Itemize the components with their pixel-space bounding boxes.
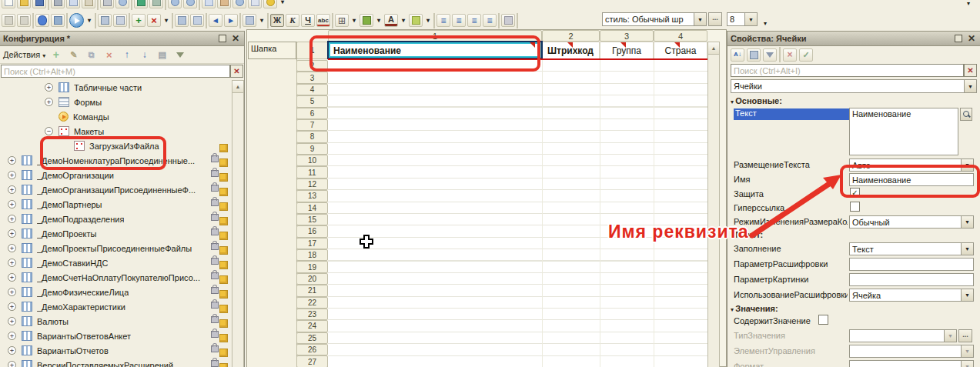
tree-item[interactable]: + Табличные части [0, 80, 231, 95]
close-icon[interactable]: ✕ [230, 34, 241, 43]
tree-item[interactable]: + _ДемоСтавкиНДС [0, 255, 231, 270]
text-style-icon[interactable]: abc [316, 14, 330, 27]
database-icon[interactable] [35, 14, 49, 27]
tree-item[interactable]: + _ДемоОрганизацииПрисоединенныеФ... [0, 182, 231, 197]
separator[interactable] [97, 0, 99, 10]
toolbar-overflow-arrow-icon[interactable]: ▾ [764, 20, 767, 27]
row-header[interactable]: 19 [296, 261, 328, 272]
tree-expander-icon[interactable]: + [8, 273, 16, 282]
section-cell[interactable]: Шапка [248, 42, 296, 59]
column-header-2[interactable]: 2 [542, 30, 600, 42]
property-label-pic-param[interactable]: ПараметрКартинки [734, 275, 848, 284]
separator[interactable] [129, 13, 130, 28]
property-fill-combo[interactable]: Текст ▼ [849, 242, 974, 255]
row-header[interactable]: 17 [296, 238, 328, 249]
dropdown-arrow-icon[interactable]: ▾ [162, 14, 170, 27]
important-properties-icon[interactable] [763, 48, 777, 62]
separator[interactable] [239, 13, 241, 28]
fill-color-icon[interactable] [360, 14, 373, 27]
chevron-down-icon[interactable]: ▼ [961, 243, 973, 255]
merge-cells-icon[interactable] [175, 14, 189, 27]
edit-icon[interactable]: ✎ [66, 48, 81, 62]
delete-row-icon[interactable]: × [147, 14, 161, 27]
widen-column-icon[interactable]: ▸ [224, 14, 238, 27]
separator[interactable] [206, 13, 207, 28]
align-left-icon[interactable]: ≡ [436, 14, 450, 27]
tree-item[interactable]: + ВариантыОтчетов [0, 343, 231, 358]
row-header[interactable]: 8 [296, 131, 328, 142]
magnifier-icon[interactable] [960, 108, 972, 121]
categories-icon[interactable] [747, 48, 761, 62]
dropdown-arrow-icon[interactable]: ▾ [375, 14, 383, 27]
row-header[interactable]: 9 [296, 143, 328, 155]
tree-expander-icon[interactable]: + [8, 302, 16, 311]
tree-expander-icon[interactable]: + [8, 259, 16, 267]
sheet-grid[interactable] [328, 60, 707, 367]
property-pic-param-input[interactable] [849, 273, 974, 286]
separator[interactable] [48, 0, 49, 10]
tree-item[interactable]: + _ДемоПроекты [0, 226, 231, 241]
copy-icon[interactable] [66, 0, 80, 8]
cell-group[interactable]: Группа [600, 42, 654, 59]
chevron-down-icon[interactable]: ▼ [964, 80, 976, 92]
property-drill-use-combo[interactable]: Ячейка ▼ [849, 289, 974, 302]
property-resize-combo[interactable]: Обычный ▼ [849, 215, 974, 229]
separator[interactable] [131, 0, 132, 10]
property-object-combo[interactable]: Ячейки ▼ [731, 79, 977, 93]
tree-expander-icon[interactable]: + [8, 288, 16, 296]
show-grid-icon[interactable] [113, 14, 127, 27]
column-header-4[interactable]: 4 [654, 30, 707, 42]
open-file-icon[interactable] [17, 0, 31, 8]
row-header[interactable]: 14 [296, 202, 328, 214]
row-header[interactable]: 7 [296, 119, 328, 131]
tree-expander-icon[interactable]: + [45, 83, 53, 92]
copy-pages-icon[interactable] [202, 0, 216, 8]
cut-icon[interactable] [51, 0, 65, 8]
move-up-icon[interactable]: ↑ [119, 48, 134, 62]
tree-item[interactable]: + _ДемоПодразделения [0, 212, 231, 226]
actions-menu-button[interactable]: Действия ▾ [3, 50, 45, 59]
dropdown-arrow-icon[interactable]: ▾ [424, 14, 432, 27]
align-justify-icon[interactable]: ≡ [483, 14, 497, 27]
property-label-has-value[interactable]: СодержитЗначение [734, 316, 848, 325]
row-header[interactable]: 6 [296, 108, 328, 119]
separator[interactable] [66, 13, 68, 28]
section-main[interactable]: Основные: [731, 96, 782, 105]
row-header[interactable]: 13 [296, 190, 328, 202]
sort-list-icon[interactable]: ▤ [155, 48, 169, 62]
clear-search-icon[interactable]: ✕ [964, 64, 977, 77]
column-header-3[interactable]: 3 [600, 30, 654, 42]
narrow-column-icon[interactable]: ◂ [209, 14, 222, 27]
tree-item[interactable]: + _ДемоФизическиеЛица [0, 285, 231, 299]
separator[interactable] [779, 47, 781, 62]
syntax-check-icon[interactable] [232, 0, 246, 8]
print-preview-icon[interactable] [115, 0, 129, 8]
find-icon[interactable] [168, 0, 182, 8]
paste-icon[interactable] [82, 0, 95, 8]
align-right-icon[interactable]: ≡ [467, 14, 481, 27]
delete-icon[interactable]: × [102, 48, 116, 62]
clone-icon[interactable]: ⧉ [84, 48, 99, 62]
highlight-color-icon[interactable] [409, 14, 423, 27]
property-drill-param-input[interactable] [849, 258, 974, 271]
new-document-icon[interactable] [2, 0, 15, 8]
tree-expander-icon[interactable]: + [8, 215, 16, 223]
row-header[interactable]: 24 [296, 320, 328, 332]
tree-item[interactable]: + Валюты [0, 314, 231, 329]
start-debugging-icon[interactable] [69, 13, 84, 28]
font-size-arrow-icon[interactable]: ▼ [744, 13, 757, 25]
property-label-text[interactable]: Текст [734, 108, 849, 120]
separator[interactable] [199, 0, 200, 10]
move-down-icon[interactable]: ↓ [137, 48, 152, 62]
sort-icon[interactable]: А↓ [731, 48, 744, 62]
separator[interactable] [165, 0, 166, 10]
sheet-scrollbar[interactable]: ▲ [707, 42, 720, 367]
properties-search-input[interactable] [731, 64, 964, 77]
section-values[interactable]: Значения: [731, 304, 778, 313]
separator[interactable] [95, 13, 96, 28]
scroll-up-icon[interactable]: ▲ [708, 42, 719, 55]
edit-document-icon[interactable] [248, 0, 262, 8]
redo-icon[interactable] [149, 0, 163, 8]
row-header[interactable]: 10 [296, 155, 328, 166]
close-icon[interactable]: ✕ [966, 34, 977, 43]
